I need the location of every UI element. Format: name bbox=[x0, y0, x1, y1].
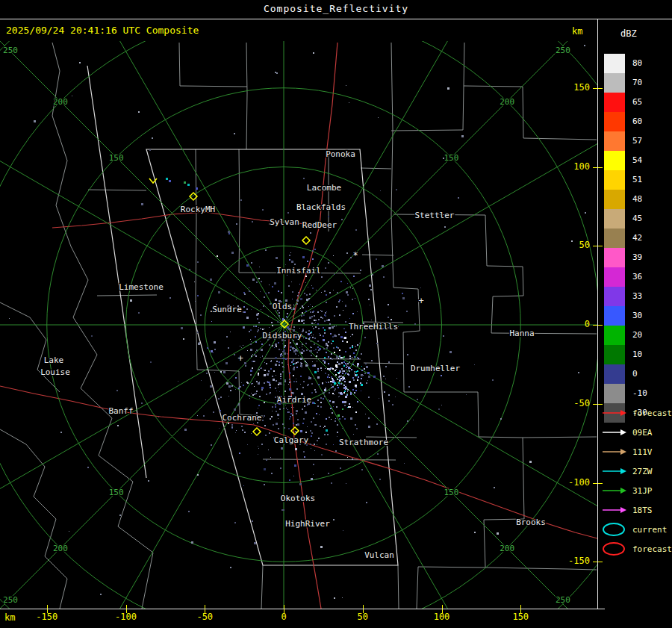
legend-title: dBZ bbox=[620, 28, 637, 39]
legend-scale-row: 60 bbox=[604, 112, 647, 131]
track-arrow-icon bbox=[601, 485, 628, 496]
legend-color-swatch bbox=[604, 190, 625, 209]
legend-scale-row: 0 bbox=[604, 364, 647, 384]
track-label: current bbox=[632, 525, 667, 535]
legend-color-swatch bbox=[604, 384, 625, 403]
ring-distance-label: 150 bbox=[444, 153, 458, 163]
plus-marker: + bbox=[237, 353, 243, 364]
city-label: Limestone bbox=[119, 282, 164, 292]
city-label: Cochrane bbox=[223, 413, 262, 423]
legend-scale: 807065605754514845423936333020100-10-30 bbox=[604, 54, 647, 423]
city-label: HighRiver bbox=[285, 519, 330, 529]
city-label: ThreeHills bbox=[349, 322, 398, 332]
legend-scale-row: 45 bbox=[604, 209, 647, 228]
legend-value-label: 45 bbox=[632, 209, 642, 228]
legend-value-label: 42 bbox=[632, 228, 642, 248]
county-boundary bbox=[404, 392, 524, 609]
city-label: Innisfail bbox=[276, 266, 321, 276]
divider-top bbox=[0, 19, 672, 19]
legend-value-label: 51 bbox=[632, 170, 642, 190]
city-label: Louise bbox=[40, 367, 70, 377]
legend-color-swatch bbox=[604, 326, 625, 345]
legend-scale-row: 65 bbox=[604, 93, 647, 112]
track-label: forecast bbox=[632, 544, 672, 554]
legend-scale-row: 30 bbox=[604, 306, 647, 326]
legend-value-label: 48 bbox=[632, 190, 642, 209]
county-boundary bbox=[485, 568, 597, 570]
ring-distance-label: 150 bbox=[109, 153, 124, 163]
legend-color-swatch bbox=[604, 364, 625, 384]
county-boundary bbox=[464, 86, 597, 140]
legend-color-swatch bbox=[604, 170, 625, 190]
right-axis-label: 100 bbox=[557, 161, 590, 172]
track-ellipse-icon bbox=[601, 541, 628, 556]
legend-tracks: forecast09EA111V27ZW31JP18TScurrentforec… bbox=[601, 403, 672, 559]
legend-color-swatch bbox=[604, 151, 625, 170]
track-arrow-icon bbox=[601, 408, 628, 418]
bottom-axis-label: 100 bbox=[434, 612, 450, 622]
legend-value-label: 54 bbox=[632, 151, 642, 170]
bottom-axis-label: -50 bbox=[196, 612, 213, 622]
legend-scale-row: 20 bbox=[604, 326, 647, 345]
county-boundary bbox=[523, 437, 597, 438]
legend-color-swatch bbox=[604, 131, 625, 151]
legend-color-swatch bbox=[604, 267, 625, 287]
city-label: Lake bbox=[44, 355, 64, 365]
ring-distance-label: 200 bbox=[500, 544, 514, 553]
legend-scale-row: -10 bbox=[604, 384, 647, 403]
city-label: Okotoks bbox=[281, 494, 315, 503]
track-label: 18TS bbox=[632, 506, 653, 515]
ring-distance-label: 200 bbox=[53, 97, 68, 107]
legend-value-label: 70 bbox=[632, 73, 642, 93]
radial-spoke bbox=[284, 325, 597, 556]
ring-distance-label: 200 bbox=[53, 544, 68, 553]
legend-color-swatch bbox=[604, 209, 625, 228]
legend-value-label: -10 bbox=[632, 384, 647, 403]
county-boundary bbox=[0, 302, 60, 392]
bottom-axis-label: 0 bbox=[281, 612, 286, 622]
legend-value-label: 0 bbox=[632, 364, 638, 384]
city-label: Banff bbox=[108, 406, 133, 416]
legend-scale-row: 33 bbox=[604, 287, 647, 306]
right-axis-label: -100 bbox=[557, 477, 590, 488]
legend-color-swatch bbox=[604, 345, 625, 364]
legend-track-row: 27ZW bbox=[601, 461, 672, 481]
right-axis-label: -150 bbox=[557, 556, 590, 566]
county-boundary bbox=[0, 429, 67, 609]
county-boundary bbox=[263, 459, 396, 460]
legend-value-label: 20 bbox=[632, 326, 642, 345]
legend-value-label: 30 bbox=[632, 306, 642, 326]
legend-scale-row: 42 bbox=[604, 228, 647, 248]
legend-value-label: 65 bbox=[632, 93, 642, 112]
radar-echoes bbox=[9, 45, 586, 599]
legend-scale-row: 48 bbox=[604, 190, 647, 209]
county-boundary bbox=[52, 43, 71, 246]
county-boundary bbox=[88, 190, 146, 190]
legend-value-label: 60 bbox=[632, 112, 642, 131]
county-boundary bbox=[71, 246, 153, 609]
city-label: Vulcan bbox=[364, 550, 394, 560]
legend-track-row: forecast bbox=[601, 403, 672, 423]
legend-scale-row: 54 bbox=[604, 151, 647, 170]
legend-color-swatch bbox=[604, 287, 625, 306]
legend-scale-row: 80 bbox=[604, 54, 647, 73]
right-axis-unit-label: km bbox=[572, 26, 582, 37]
bottom-axis-label: -150 bbox=[36, 612, 57, 622]
ring-distance-label: 200 bbox=[500, 97, 514, 107]
ring-distance-label: 150 bbox=[444, 488, 458, 497]
right-axis-label: -50 bbox=[557, 398, 590, 408]
city-label: Ponoka bbox=[326, 149, 355, 159]
county-boundary bbox=[97, 295, 157, 296]
ring-distance-label: 250 bbox=[3, 595, 18, 605]
county-boundary bbox=[398, 565, 399, 609]
bottom-axis-unit-label: km bbox=[4, 612, 15, 623]
legend-scale-row: 10 bbox=[604, 345, 647, 364]
track-arrow-icon bbox=[601, 447, 628, 457]
legend-color-swatch bbox=[604, 306, 625, 326]
radar-site-marker bbox=[302, 237, 310, 244]
legend-value-label: 36 bbox=[632, 267, 642, 287]
county-boundary bbox=[391, 43, 393, 287]
county-boundary bbox=[196, 149, 197, 370]
dot-marker bbox=[217, 255, 218, 257]
city-label: Hanna bbox=[509, 329, 534, 338]
